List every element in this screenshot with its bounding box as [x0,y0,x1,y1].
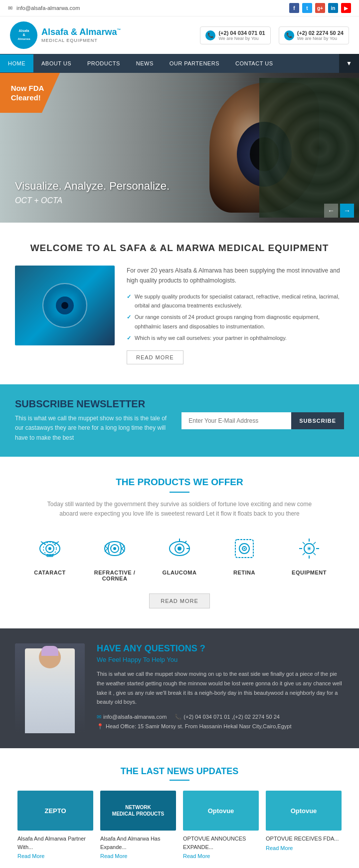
news-read-more-4[interactable]: Read More [266,845,342,851]
nav-item-home[interactable]: HOME [0,54,33,72]
subscribe-email-input[interactable] [181,412,291,429]
news-read-more-3[interactable]: Read More [183,853,259,859]
linkedin-icon[interactable]: in [328,3,338,13]
product-equipment[interactable]: EQUIPMENT [284,533,334,581]
subscribe-left: SUBSCRIBE NEWSLETTER This is what we cal… [15,398,167,443]
questions-title: HAVE ANY QUESTIONS ? [97,643,344,654]
subscribe-title-highlight: SUBSCRIBE [15,398,74,409]
news-thumb-text-4: Optovue [291,807,317,815]
cataract-label: CATARACT [25,570,75,576]
products-title-plain: THE PRODUCTS [116,477,193,487]
svg-point-6 [48,547,51,550]
refractive-icon [99,533,131,565]
phone-item-1[interactable]: 📞 (+2) 04 034 071 01 We are Near by You [200,26,270,44]
subscribe-description: This is what we call the muppet show so … [15,414,167,443]
svg-text:Almarwa: Almarwa [17,37,30,40]
products-title: THE PRODUCTS WE OFFER [15,477,344,488]
questions-title-highlight: QUESTIONS [145,643,197,653]
product-cataract[interactable]: CATARACT [25,533,75,581]
welcome-title: WELCOME TO AL SAFA & AL MARWA MEDICAL EQ… [15,243,344,254]
news-card-title-1: Alsafa And Almarwa Partner With... [17,835,93,851]
nav-item-contact[interactable]: CONTACT US [227,54,281,72]
envelope-icon: ✉ [8,5,12,11]
subscribe-form: SUBSCRIBE [181,412,344,429]
news-thumb-1: ZEPTO [17,791,93,831]
phone-number-1: (+2) 04 034 071 01 [218,30,265,36]
logo-bar: Alsafa & Almarwa Alsafa & Almarwa™ MEDIC… [0,16,359,54]
news-section: THE LAST NEWS UPDATES ZEPTO Alsafa And A… [0,748,359,868]
svg-text:Alsafa: Alsafa [18,29,29,32]
brand-name: Alsafa & Almarwa™ MEDICAL EQUIPMENT [41,26,121,44]
hero-badge-text: Now FDACleared! [11,83,44,103]
nav-item-partners[interactable]: OUR PARTENERS [162,54,227,72]
welcome-list-item-3: Which is why we call ourselves: your par… [127,332,344,344]
hero-retina-image [234,73,359,223]
googleplus-icon[interactable]: g+ [315,3,325,13]
glaucoma-icon [164,533,195,565]
logo-area: Alsafa & Almarwa Alsafa & Almarwa™ MEDIC… [10,21,121,49]
products-read-more-button[interactable]: READ MORE [149,593,210,608]
facebook-icon[interactable]: f [289,3,299,13]
questions-section: HAVE ANY QUESTIONS ? We Feel Happy To He… [0,628,359,748]
hero-headline: Visualize. Analyze. Personalize. [15,180,170,193]
news-card-3: Optovue OPTOVUE ANNOUNCES EXPANDE... Rea… [183,791,259,859]
questions-content: HAVE ANY QUESTIONS ? We Feel Happy To He… [97,643,344,730]
news-thumb-4: Optovue [266,791,342,831]
news-read-more-2[interactable]: Read More [100,853,176,859]
welcome-read-more-button[interactable]: READ MORE [127,350,183,364]
top-bar-email[interactable]: info@alsafa-almarwa.com [16,5,80,11]
news-card-title-2: Alsafa And Almarwa Has Expande... [100,835,176,851]
news-title: THE LAST NEWS UPDATES [10,766,349,777]
welcome-body: For over 20 years Alsafa & Almarwa has b… [127,266,344,286]
equipment-icon [293,533,325,565]
welcome-list-item-1: We supply quality products for specialis… [127,291,344,311]
subscribe-section: SUBSCRIBE NEWSLETTER This is what we cal… [0,384,359,457]
product-glaucoma[interactable]: GLAUCOMA [155,533,204,581]
phone-sub-1: We are Near by You [218,36,265,41]
brand-tagline: MEDICAL EQUIPMENT [41,38,121,44]
news-title-plain: THE LAST [121,766,167,776]
phone-sub-2: We are Near by You [297,36,344,41]
nav-item-about[interactable]: ABOUT US [33,54,79,72]
phone-item-2[interactable]: 📞 (+2) 02 2274 50 24 We are Near by You [279,26,349,44]
nav-item-products[interactable]: PRODUCTS [79,54,128,72]
welcome-list: We supply quality products for specialis… [127,291,344,343]
news-thumb-2: NETWORKMEDICAL PRODUCTS [100,791,176,831]
hero-next-button[interactable]: → [340,204,354,218]
top-bar-contact: ✉ info@alsafa-almarwa.com [8,5,80,11]
nav-item-news[interactable]: NEWS [128,54,162,72]
refractive-label: REFRACTIVE / CORNEA [90,570,140,581]
questions-address: 📍Head Office: 15 Samir Morsy st. From Ha… [97,723,344,730]
news-card-title-3: OPTOVUE ANNOUNCES EXPANDE... [183,835,259,851]
equipment-label: EQUIPMENT [284,570,334,576]
news-card-1: ZEPTO Alsafa And Almarwa Partner With...… [17,791,93,859]
news-thumb-text-2: NETWORKMEDICAL PRODUCTS [112,804,164,817]
questions-subtitle: We Feel Happy To Help You [97,656,344,663]
subscribe-title: SUBSCRIBE NEWSLETTER [15,398,167,410]
hero-prev-button[interactable]: ← [324,204,338,218]
logo-circle: Alsafa & Almarwa [10,21,37,49]
product-retina[interactable]: RETINA [219,533,269,581]
nav-filter-icon[interactable]: ▼ [339,54,359,73]
cataract-icon [34,533,66,565]
news-title-highlight: NEWS UPDATES [167,766,239,776]
youtube-icon[interactable]: ▶ [341,3,351,13]
phone-area: 📞 (+2) 04 034 071 01 We are Near by You … [200,26,349,44]
product-refractive[interactable]: REFRACTIVE / CORNEA [90,533,140,581]
news-thumb-3: Optovue [183,791,259,831]
subscribe-button[interactable]: SUBSCRIBE [291,412,344,429]
news-grid: ZEPTO Alsafa And Almarwa Partner With...… [10,791,349,859]
questions-title-plain: HAVE ANY [97,643,145,653]
svg-point-11 [113,547,116,550]
questions-email: ✉info@alsafa-almarwa.com [97,714,167,720]
hero-subtext: OCT + OCTA [15,196,62,205]
twitter-icon[interactable]: t [302,3,312,13]
products-section: THE PRODUCTS WE OFFER Today still wanted… [0,457,359,628]
retina-label: RETINA [219,570,269,576]
questions-phone: 📞(+2) 04 034 071 01 ,(+2) 02 2274 50 24 [175,714,280,720]
svg-point-21 [308,548,310,550]
news-read-more-1[interactable]: Read More [17,853,93,859]
questions-title-end: ? [200,643,205,653]
top-bar: ✉ info@alsafa-almarwa.com f t g+ in ▶ [0,0,359,16]
products-divider [170,492,189,493]
